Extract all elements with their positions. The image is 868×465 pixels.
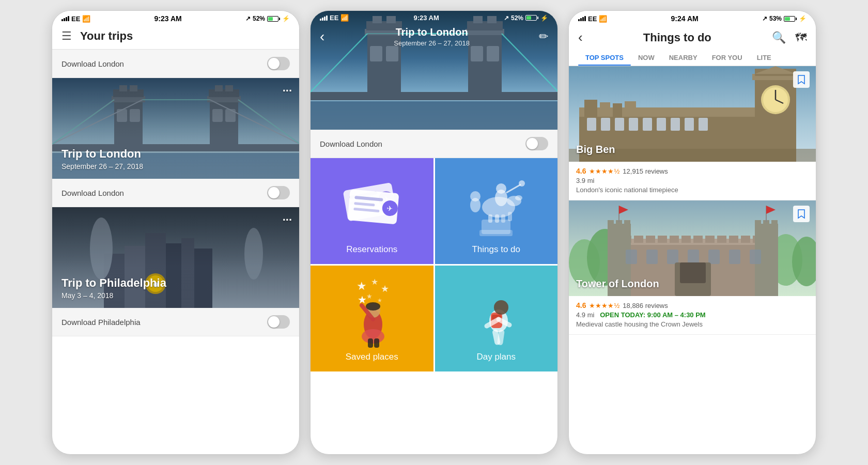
wifi-icon-2: 📶: [340, 14, 349, 22]
svg-rect-148: [729, 236, 738, 243]
download-bar-top: Download London: [52, 50, 299, 78]
screen2-download-toggle[interactable]: [525, 137, 548, 150]
tile-saved[interactable]: ★ ★ ★ ★ ★: [311, 266, 433, 371]
screen2-download-bar: Download London: [311, 130, 557, 158]
screen3-top-row: ‹ Things to do 🔍 🗺: [578, 29, 807, 50]
svg-rect-149: [741, 236, 750, 243]
svg-rect-166: [750, 250, 761, 264]
svg-rect-116: [629, 118, 638, 131]
charge-icon-1: ⚡: [282, 15, 290, 22]
tile-things[interactable]: Things to do: [435, 158, 558, 264]
download-london-toggle-top[interactable]: [267, 57, 290, 70]
svg-rect-162: [667, 250, 678, 264]
hero-back-button[interactable]: ‹: [320, 28, 324, 45]
day-svg: [460, 270, 532, 348]
tower-bookmark[interactable]: [793, 206, 810, 222]
menu-icon[interactable]: ☰: [61, 29, 72, 43]
download-bar-middle: Download London: [52, 179, 299, 207]
bigben-rating-row: 4.6 ★★★★½ 12,915 reviews: [576, 167, 809, 175]
svg-rect-110: [600, 102, 610, 117]
place-card-tower[interactable]: Tower of London 4.6 ★★★★½ 18,886 reviews…: [569, 200, 816, 335]
svg-rect-113: [587, 118, 596, 131]
svg-point-78: [515, 195, 522, 200]
carrier-2: EE: [330, 14, 338, 22]
trip-card-info-london: Trip to London September 26 – 27, 2018: [61, 147, 143, 171]
status-right-1: ↗ 52% ⚡: [245, 15, 290, 22]
trip-philly-date: May 3 – 4, 2018: [61, 291, 166, 300]
screen3-title: Things to do: [643, 31, 711, 44]
svg-rect-164: [708, 250, 720, 264]
things-svg: [460, 163, 532, 240]
tower-open-today: OPEN TODAY: 9:00 AM – 4:30 PM: [600, 311, 705, 319]
tab-now[interactable]: NOW: [631, 50, 662, 66]
tile-reservations[interactable]: ✈ ✈ Reservations: [311, 158, 433, 264]
svg-line-81: [506, 184, 521, 193]
tower-label: Tower of London: [576, 278, 659, 290]
svg-rect-146: [705, 236, 715, 243]
svg-rect-143: [670, 236, 679, 243]
charge-icon-3: ⚡: [799, 15, 807, 22]
svg-rect-74: [495, 214, 499, 223]
tower-info: 4.6 ★★★★½ 18,886 reviews 4.9 mi OPEN TOD…: [569, 296, 816, 334]
status-bar-1: EE 📶 9:23 AM ↗ 52% ⚡: [52, 11, 299, 25]
saved-svg: ★ ★ ★ ★ ★: [336, 270, 408, 348]
svg-text:★: ★: [357, 280, 367, 292]
download-bar-philly: Download Philadelphia: [52, 308, 299, 336]
svg-text:★: ★: [371, 277, 378, 286]
svg-point-80: [496, 183, 506, 194]
tower-info-wrap: 4.6 ★★★★½ 18,886 reviews 4.9 mi OPEN TOD…: [569, 296, 816, 334]
bigben-label: Big Ben: [576, 144, 615, 156]
svg-text:★: ★: [377, 297, 382, 303]
trip-card-philly[interactable]: 🕐 Trip to Philadelphia May 3 – 4, 2018 ·…: [52, 207, 299, 308]
download-philly-toggle[interactable]: [267, 315, 290, 329]
svg-point-82: [519, 180, 525, 187]
hero-edit-button[interactable]: ✏: [539, 30, 548, 43]
search-icon[interactable]: 🔍: [772, 31, 786, 44]
reservations-illustration: ✈ ✈: [311, 158, 433, 244]
bigben-desc: London's iconic national timepiece: [576, 186, 809, 194]
screen1-phone: EE 📶 9:23 AM ↗ 52% ⚡ ☰ Your trips Downlo…: [52, 10, 300, 455]
screen1-title: Your trips: [80, 29, 133, 43]
tab-for-you[interactable]: FOR YOU: [705, 50, 750, 66]
bigben-info: 4.6 ★★★★½ 12,915 reviews 3.9 mi London's…: [569, 162, 816, 200]
download-london-label-top: Download London: [61, 59, 124, 68]
tab-top-spots[interactable]: TOP SPOTS: [578, 50, 631, 66]
download-london-toggle-mid[interactable]: [267, 186, 290, 199]
tile-things-label: Things to do: [472, 244, 520, 255]
tile-reservations-label: Reservations: [346, 244, 397, 255]
screen2-phone: EE 📶 9:23 AM ↗ 52% ⚡: [310, 10, 558, 455]
battery-icon-3: [784, 16, 797, 22]
bigben-distance: 3.9 mi: [576, 177, 809, 184]
wifi-icon-3: 📶: [599, 15, 607, 23]
tower-stars: ★★★★½: [589, 302, 619, 309]
bigben-info-wrap: 4.6 ★★★★½ 12,915 reviews 3.9 mi London's…: [569, 162, 816, 200]
trip-card-menu-philly[interactable]: ···: [283, 213, 292, 227]
day-illustration: [435, 266, 558, 352]
bookmark-icon-2: [797, 209, 805, 219]
trip-card-london[interactable]: Trip to London September 26 – 27, 2018 ·…: [52, 78, 299, 179]
tower-rating: 4.6: [576, 301, 586, 309]
screen3-back-button[interactable]: ‹: [578, 29, 583, 45]
map-icon[interactable]: 🗺: [795, 31, 807, 44]
battery-pct-2: 52%: [511, 14, 523, 22]
tab-lite[interactable]: LITE: [750, 50, 779, 66]
trip-card-menu-london[interactable]: ···: [283, 84, 292, 98]
svg-rect-52: [471, 46, 483, 61]
bigben-bookmark[interactable]: [793, 71, 810, 88]
bigben-image: Big Ben: [569, 66, 816, 162]
svg-rect-165: [729, 250, 740, 264]
svg-point-103: [494, 300, 508, 315]
screen2-content: EE 📶 9:23 AM ↗ 52% ⚡: [311, 11, 557, 454]
location-icon-1: ↗: [245, 15, 251, 22]
svg-rect-76: [508, 212, 512, 221]
tab-nearby[interactable]: NEARBY: [662, 50, 705, 66]
place-card-bigben[interactable]: Big Ben 4.6 ★★★★½ 12,915 reviews 3.9 mi …: [569, 66, 816, 200]
svg-rect-111: [613, 103, 622, 117]
svg-rect-75: [501, 214, 505, 223]
svg-text:★: ★: [358, 294, 367, 305]
tile-saved-label: Saved places: [346, 352, 398, 362]
tile-day-label: Day plans: [476, 352, 516, 362]
tile-day[interactable]: Day plans: [435, 266, 558, 371]
status-left-3: EE 📶: [578, 15, 607, 23]
bigben-rating: 4.6: [576, 167, 586, 175]
